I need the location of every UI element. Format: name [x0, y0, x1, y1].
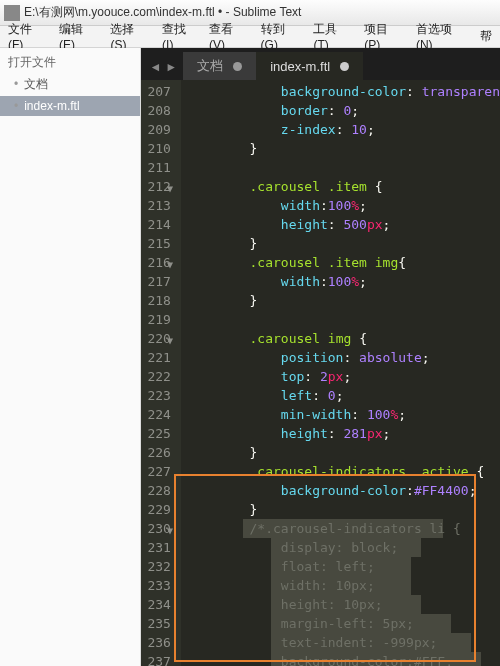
tab-prev-icon[interactable]: ◄ [149, 60, 161, 74]
editor-area: ◄ ► 文档 index-m.ftl 207208209210211212▼21… [141, 48, 500, 666]
menu-help[interactable]: 帮 [474, 26, 498, 47]
tabbar: ◄ ► 文档 index-m.ftl [141, 48, 500, 80]
tab-label: index-m.ftl [270, 59, 330, 74]
gutter: 207208209210211212▼213214215216▼21721821… [141, 80, 180, 666]
sidebar: 打开文件 文档 index-m.ftl [0, 48, 141, 666]
sidebar-item[interactable]: 文档 [0, 73, 140, 96]
code-editor[interactable]: 207208209210211212▼213214215216▼21721821… [141, 80, 500, 666]
dirty-indicator-icon [340, 62, 349, 71]
code-content[interactable]: background-color: transparen border: 0; … [181, 80, 500, 666]
tab-label: 文档 [197, 57, 223, 75]
menubar[interactable]: 文件(F) 编辑(E) 选择(S) 查找(I) 查看(V) 转到(G) 工具(T… [0, 26, 500, 48]
tab-next-icon[interactable]: ► [165, 60, 177, 74]
sidebar-header: 打开文件 [0, 48, 140, 73]
sidebar-item[interactable]: index-m.ftl [0, 96, 140, 116]
dirty-indicator-icon [233, 62, 242, 71]
tab[interactable]: 文档 [183, 52, 256, 80]
tab[interactable]: index-m.ftl [256, 52, 363, 80]
